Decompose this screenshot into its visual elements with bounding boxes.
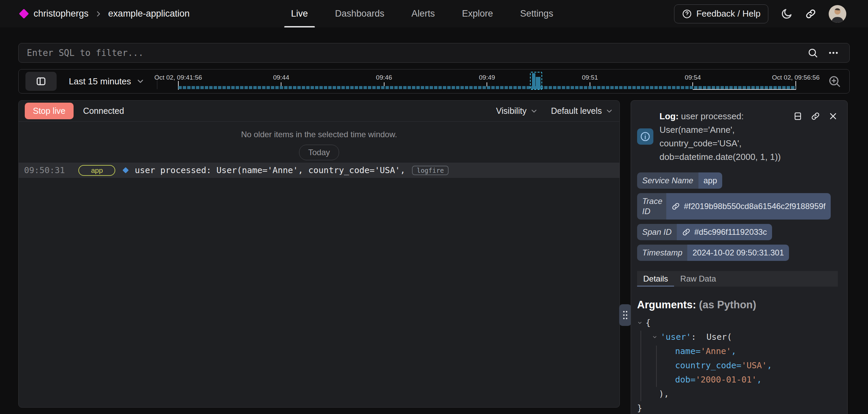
sql-bar-icons (807, 47, 839, 59)
timeline-chart[interactable]: Oct 02, 09:41:56 09:44 09:46 09:49 09:51… (157, 69, 820, 93)
code-line: country_code='USA', (637, 358, 838, 373)
detail-title: Log: user processed: User(name='Anne', c… (659, 109, 787, 164)
breadcrumb-org[interactable]: christophergs (34, 8, 88, 19)
default-levels-dropdown[interactable]: Default levels (551, 106, 613, 116)
tab-dashboards[interactable]: Dashboards (335, 0, 384, 27)
timeline-baseline (693, 89, 796, 90)
field-value: app (698, 172, 722, 189)
visibility-label: Visibility (496, 106, 527, 116)
user-avatar[interactable] (829, 5, 846, 23)
breadcrumb-project[interactable]: example-application (108, 8, 190, 19)
chevron-down-icon (136, 77, 145, 86)
timeline-tick-label: Oct 02, 09:56:56 (772, 74, 820, 81)
trace-id-field: Trace ID #f2019b98b550cd8a61546c2f918895… (637, 193, 831, 220)
service-name-pill: app (78, 165, 115, 176)
feedback-help-button[interactable]: Feedback / Help (674, 4, 768, 23)
arguments-heading: Arguments: (as Python) (637, 299, 838, 311)
live-view-panel: Stop live Connected Visibility Default l… (18, 100, 620, 408)
span-id-field: Span ID #d5c996f11192033c (637, 224, 772, 240)
tab-details[interactable]: Details (637, 271, 674, 287)
collapse-chevron-icon[interactable] (637, 320, 643, 326)
drag-dots-icon (622, 309, 629, 321)
timeline-tick-label: 09:44 (273, 74, 289, 81)
default-levels-label: Default levels (551, 106, 602, 116)
chevron-down-icon (605, 107, 613, 115)
panel-resize-handle[interactable] (619, 304, 631, 326)
scope-pill: logfire (412, 166, 449, 175)
logfire-app: christophergs example-application Live D… (0, 0, 868, 414)
indent-guide (656, 346, 657, 387)
visibility-dropdown[interactable]: Visibility (496, 106, 538, 116)
detail-tabs: Details Raw Data (637, 271, 838, 287)
detail-header: Log: user processed: User(name='Anne', c… (637, 109, 838, 164)
timeline-bar: Last 15 minutes Oct 02, 09:41:56 09:44 0… (18, 69, 850, 94)
arguments-code-tree: { 'user': User( name='Anne', country_cod… (637, 316, 838, 414)
code-line: ), (637, 387, 838, 401)
timeline-activity-dashes (178, 86, 796, 89)
field-label: Timestamp (637, 245, 687, 261)
more-options-icon[interactable] (828, 47, 839, 59)
timeline-tick-label: 09:46 (376, 74, 392, 81)
field-label: Span ID (637, 224, 677, 240)
breadcrumb: christophergs example-application (20, 8, 190, 19)
code-line: } (637, 401, 838, 414)
chevron-down-icon (530, 107, 538, 115)
code-line: name='Anne', (637, 344, 838, 358)
logfire-logo-icon[interactable] (19, 9, 29, 19)
service-name-field: Service Name app (637, 172, 722, 189)
arguments-heading-main: Arguments: (637, 299, 696, 311)
info-level-icon (637, 128, 653, 145)
empty-window-message: No older items in the selected time wind… (19, 130, 619, 139)
arguments-heading-sub: (as Python) (699, 299, 756, 311)
feedback-help-label: Feedback / Help (696, 8, 761, 19)
live-view-header: Stop live Connected Visibility Default l… (19, 101, 619, 122)
search-icon[interactable] (807, 47, 818, 58)
field-value[interactable]: #d5c996f11192033c (694, 227, 767, 237)
detail-fields: Service Name app Trace ID #f2019b98b550c… (637, 172, 838, 261)
link-icon (682, 228, 691, 236)
timeline-tick-label: Oct 02, 09:41:56 (154, 74, 202, 81)
tab-explore[interactable]: Explore (462, 0, 493, 27)
close-icon[interactable] (828, 111, 838, 121)
breadcrumb-chevron-icon (95, 10, 102, 18)
field-label: Service Name (637, 172, 698, 189)
log-row-message: user processed: User(name='Anne', countr… (135, 165, 405, 175)
connection-status: Connected (83, 106, 124, 116)
collapse-chevron-icon[interactable] (652, 334, 657, 340)
link-icon (671, 202, 680, 211)
tab-alerts[interactable]: Alerts (411, 0, 435, 27)
log-row[interactable]: 09:50:31 app user processed: User(name='… (19, 163, 619, 178)
code-line: 'user': User( (637, 330, 838, 344)
timeline-tick-label: 09:54 (685, 74, 701, 81)
help-circle-icon (682, 9, 692, 19)
sql-filter-input[interactable] (19, 48, 807, 58)
code-line: { (637, 316, 838, 330)
time-range-label: Last 15 minutes (69, 76, 131, 87)
indent-guide (640, 331, 641, 401)
tab-settings[interactable]: Settings (520, 0, 553, 27)
log-row-timestamp: 09:50:31 (24, 165, 65, 175)
nav-tabs: Live Dashboards Alerts Explore Settings (291, 0, 553, 27)
sidebar-toggle-button[interactable] (25, 72, 57, 91)
timeline-axis: Oct 02, 09:41:56 09:44 09:46 09:49 09:51… (178, 69, 796, 93)
detail-title-prefix: Log: (659, 111, 678, 121)
detail-actions (793, 109, 838, 121)
split-panel-icon[interactable] (793, 111, 803, 121)
dark-mode-moon-icon[interactable] (781, 8, 793, 20)
sql-filter-bar (18, 43, 850, 63)
copy-link-icon[interactable] (811, 111, 820, 121)
tab-live[interactable]: Live (291, 0, 308, 27)
zoom-in-icon[interactable] (828, 75, 841, 88)
sidebar-panel-icon (36, 76, 46, 87)
timeline-selection-box (530, 72, 542, 90)
today-button[interactable]: Today (299, 145, 339, 160)
field-value[interactable]: #f2019b98b550cd8a61546c2f9188959f (684, 202, 826, 211)
live-view-body: No older items in the selected time wind… (19, 130, 619, 160)
stop-live-button[interactable]: Stop live (25, 103, 74, 119)
timestamp-field: Timestamp 2024-10-02 09:50:31.301 (637, 245, 789, 261)
field-label: Trace ID (637, 193, 666, 220)
share-link-icon[interactable] (805, 8, 816, 20)
time-range-select[interactable]: Last 15 minutes (69, 76, 145, 87)
tab-raw-data[interactable]: Raw Data (674, 271, 722, 287)
log-detail-panel: Log: user processed: User(name='Anne', c… (631, 100, 848, 414)
